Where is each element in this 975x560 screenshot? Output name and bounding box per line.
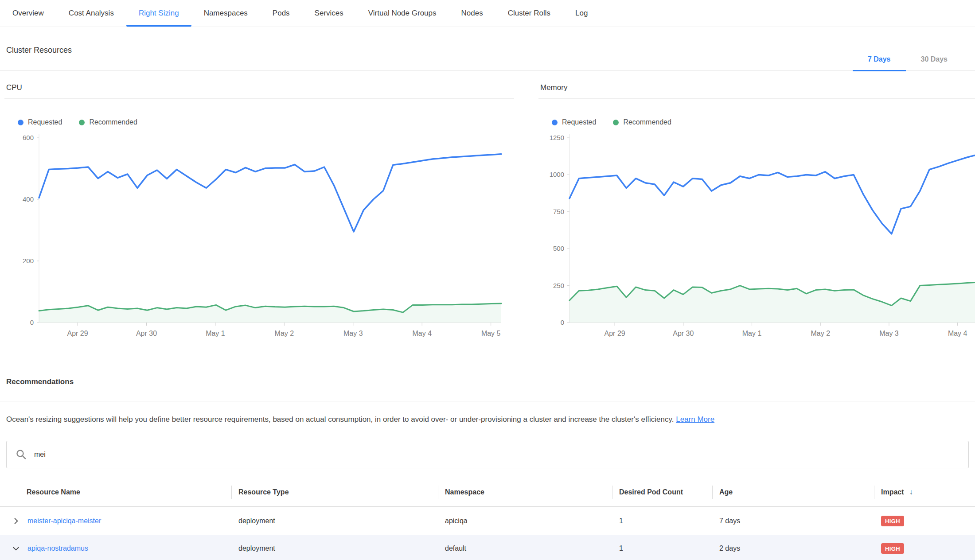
period-option-7-days[interactable]: 7 Days	[853, 55, 906, 71]
namespace-cell: default	[438, 544, 612, 552]
recommendations-title: Recommendations	[6, 377, 74, 386]
impact-cell: HIGH	[874, 543, 975, 554]
tab-namespaces[interactable]: Namespaces	[191, 0, 260, 27]
tab-nodes[interactable]: Nodes	[449, 0, 495, 27]
recommendations-header: Recommendations	[0, 354, 975, 401]
svg-text:1250: 1250	[550, 134, 564, 141]
svg-text:May 5: May 5	[481, 330, 501, 337]
top-tab-bar: OverviewCost AnalysisRight SizingNamespa…	[0, 0, 975, 27]
sort-descending-icon[interactable]: ↓	[909, 488, 913, 497]
cpu-chart-legend: RequestedRecommended	[18, 118, 514, 126]
cpu-chart-title: CPU	[4, 83, 514, 99]
column-header-label: Resource Name	[27, 488, 80, 496]
desired-pod-count-cell: 1	[612, 517, 712, 525]
tab-cost-analysis[interactable]: Cost Analysis	[56, 0, 126, 27]
search-icon	[16, 449, 27, 460]
column-header-impact[interactable]: Impact↓	[874, 488, 975, 497]
legend-label: Recommended	[623, 118, 671, 126]
svg-text:200: 200	[23, 257, 34, 264]
svg-text:750: 750	[553, 208, 564, 215]
resource-name-cell: apiqa-nostradamus	[0, 544, 231, 553]
legend-label: Requested	[562, 118, 596, 126]
learn-more-link[interactable]: Learn More	[676, 415, 714, 424]
memory-chart-block: Memory RequestedRecommended 025050075010…	[538, 83, 975, 338]
tab-right-sizing[interactable]: Right Sizing	[126, 0, 191, 27]
svg-text:500: 500	[553, 245, 564, 252]
memory-chart-title: Memory	[538, 83, 975, 99]
column-header-label: Namespace	[445, 488, 484, 496]
svg-text:Apr 29: Apr 29	[604, 330, 625, 337]
column-header-label: Age	[719, 488, 733, 496]
requested-legend-dot-icon	[18, 120, 23, 125]
svg-text:May 3: May 3	[343, 330, 363, 337]
age-cell: 7 days	[712, 517, 874, 525]
memory-chart-legend: RequestedRecommended	[552, 118, 975, 126]
svg-text:Apr 30: Apr 30	[673, 330, 694, 337]
recommendations-description-text: Ocean's resizing suggestions will help y…	[6, 415, 674, 424]
legend-item-requested: Requested	[552, 118, 596, 126]
svg-text:1000: 1000	[550, 171, 564, 178]
column-header-namespace[interactable]: Namespace	[438, 488, 612, 496]
impact-badge: HIGH	[881, 543, 904, 554]
tab-virtual-node-groups[interactable]: Virtual Node Groups	[356, 0, 449, 27]
memory-chart: 025050075010001250Apr 29Apr 30May 1May 2…	[538, 129, 975, 338]
column-header-resource-type[interactable]: Resource Type	[231, 488, 438, 496]
column-header-label: Desired Pod Count	[619, 488, 683, 496]
tab-cluster-rolls[interactable]: Cluster Rolls	[495, 0, 563, 27]
period-option-30-days[interactable]: 30 Days	[906, 55, 963, 71]
legend-item-recommended: Recommended	[613, 118, 671, 126]
svg-text:May 2: May 2	[275, 330, 294, 337]
svg-text:400: 400	[23, 195, 34, 203]
svg-text:250: 250	[553, 282, 564, 289]
recommendations-description: Ocean's resizing suggestions will help y…	[6, 415, 969, 425]
cpu-chart: 0200400600Apr 29Apr 30May 1May 2May 3May…	[4, 129, 514, 338]
resource-search-box[interactable]	[6, 441, 969, 468]
cluster-resources-header: Cluster Resources 7 Days30 Days	[0, 27, 975, 71]
resource-type-cell: deployment	[231, 517, 438, 525]
desired-pod-count-cell: 1	[612, 544, 712, 552]
requested-line	[39, 154, 501, 232]
resource-name-link[interactable]: meister-apiciqa-meister	[27, 517, 101, 525]
search-input[interactable]	[33, 450, 959, 459]
tab-pods[interactable]: Pods	[260, 0, 302, 27]
table-body: meister-apiciqa-meisterdeploymentapiciqa…	[0, 507, 975, 560]
table-row: meister-apiciqa-meisterdeploymentapiciqa…	[0, 507, 975, 535]
impact-badge: HIGH	[881, 516, 904, 526]
namespace-cell: apiciqa	[438, 517, 612, 525]
svg-text:May 1: May 1	[206, 330, 225, 337]
svg-text:600: 600	[23, 134, 34, 141]
tab-services[interactable]: Services	[302, 0, 356, 27]
svg-text:May 1: May 1	[742, 330, 762, 337]
table-header-row: Resource NameResource TypeNamespaceDesir…	[0, 478, 975, 507]
tab-log[interactable]: Log	[563, 0, 600, 27]
table-row: apiqa-nostradamusdeploymentdefault12 day…	[0, 535, 975, 560]
cluster-resources-title: Cluster Resources	[6, 46, 72, 55]
charts-section: CPU RequestedRecommended 0200400600Apr 2…	[0, 71, 975, 354]
resource-name-link[interactable]: apiqa-nostradamus	[27, 544, 88, 552]
requested-line	[569, 155, 975, 233]
chevron-right-icon[interactable]	[12, 517, 20, 525]
resource-name-cell: meister-apiciqa-meister	[0, 517, 231, 525]
legend-label: Recommended	[89, 118, 137, 126]
legend-label: Requested	[28, 118, 62, 126]
legend-item-requested: Requested	[18, 118, 62, 126]
tab-overview[interactable]: Overview	[0, 0, 56, 27]
legend-item-recommended: Recommended	[79, 118, 137, 126]
column-header-label: Impact	[881, 488, 904, 496]
svg-text:Apr 30: Apr 30	[136, 330, 157, 337]
svg-text:Apr 29: Apr 29	[67, 330, 88, 337]
recommended-legend-dot-icon	[79, 120, 85, 125]
svg-text:May 3: May 3	[879, 330, 899, 337]
svg-text:0: 0	[30, 319, 34, 326]
chevron-down-icon[interactable]	[12, 544, 20, 553]
cpu-chart-block: CPU RequestedRecommended 0200400600Apr 2…	[4, 83, 514, 338]
svg-text:May 4: May 4	[412, 330, 432, 337]
column-header-resource-name[interactable]: Resource Name	[0, 488, 231, 496]
svg-text:May 2: May 2	[811, 330, 830, 337]
recommended-legend-dot-icon	[613, 120, 619, 125]
column-header-label: Resource Type	[238, 488, 289, 496]
column-header-desired-pod-count[interactable]: Desired Pod Count	[612, 488, 712, 496]
age-cell: 2 days	[712, 544, 874, 552]
column-header-age[interactable]: Age	[712, 488, 874, 496]
requested-legend-dot-icon	[552, 120, 558, 125]
